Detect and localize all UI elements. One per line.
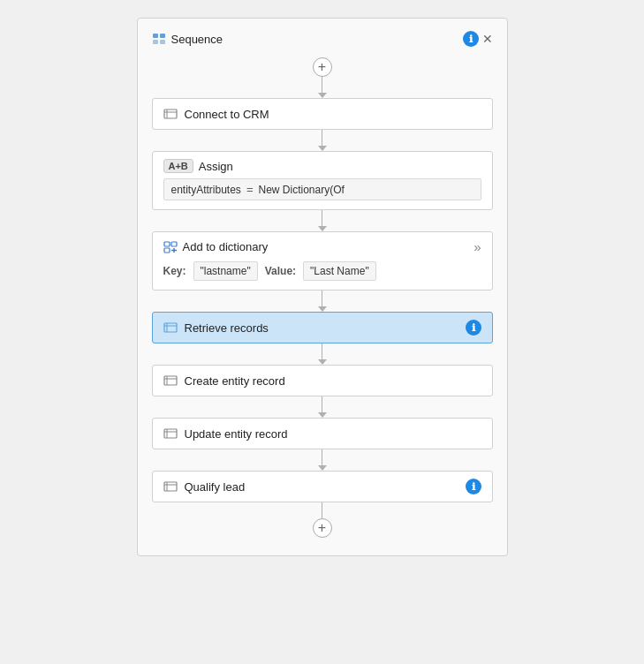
connector-5 — [152, 343, 493, 365]
update-entity-block[interactable]: Update entity record — [152, 418, 493, 449]
dict-value-label: Value: — [265, 265, 296, 277]
create-entity-label: Create entity record — [185, 374, 285, 388]
top-connector: + — [152, 57, 493, 98]
connect-crm-icon — [163, 108, 178, 120]
sequence-info-badge[interactable]: ℹ — [463, 31, 479, 47]
svg-rect-2 — [153, 40, 158, 44]
top-add-button[interactable]: + — [313, 57, 332, 77]
assign-var-value: New Dictionary(Of — [258, 184, 344, 196]
connector-line-6 — [322, 396, 323, 412]
svg-rect-3 — [160, 40, 165, 44]
connector-line-3 — [322, 210, 323, 226]
qualify-lead-block[interactable]: Qualify lead ℹ — [152, 471, 493, 502]
sequence-title-group: Sequence — [152, 33, 224, 46]
connector-7 — [152, 449, 493, 471]
assign-block[interactable]: A+B Assign entityAttributes = New Dictio… — [152, 151, 493, 210]
svg-rect-21 — [164, 482, 177, 491]
dict-key-value: "lastname" — [193, 261, 258, 281]
connector-3 — [152, 210, 493, 231]
connector-line-1 — [322, 77, 323, 93]
connect-crm-label: Connect to CRM — [185, 108, 269, 121]
assign-title: Assign — [199, 160, 233, 173]
assign-var-name: entityAttributes — [171, 184, 241, 196]
connector-line-2 — [322, 130, 323, 146]
dict-header: Add to dictionary » — [163, 239, 481, 254]
qualify-lead-info[interactable]: ℹ — [466, 479, 481, 494]
sequence-title: Sequence — [171, 33, 224, 46]
svg-rect-1 — [160, 34, 165, 38]
qualify-lead-end: ℹ — [466, 479, 481, 494]
create-entity-icon — [163, 374, 178, 387]
qualify-lead-label: Qualify lead — [185, 480, 246, 494]
retrieve-records-end: ℹ — [466, 320, 481, 336]
dict-title: Add to dictionary — [183, 240, 269, 253]
connect-to-crm-block[interactable]: Connect to CRM — [152, 98, 493, 130]
dict-title-group: Add to dictionary — [163, 240, 269, 253]
dict-row: Key: "lastname" Value: "Last Name" — [163, 261, 481, 281]
dict-value-value: "Last Name" — [303, 261, 376, 281]
svg-rect-15 — [164, 376, 177, 385]
retrieve-records-icon — [163, 321, 178, 334]
svg-rect-4 — [164, 109, 177, 118]
sequence-container: Sequence ℹ ✕ + Connect to CR — [137, 18, 508, 556]
sequence-collapse-icon[interactable]: ✕ — [482, 32, 493, 46]
retrieve-records-block[interactable]: Retrieve records ℹ — [152, 312, 493, 343]
connector-line-5 — [322, 343, 323, 359]
svg-rect-0 — [153, 34, 158, 38]
create-entity-block[interactable]: Create entity record — [152, 365, 493, 396]
connector-4 — [152, 290, 493, 312]
assign-header: A+B Assign — [163, 159, 481, 173]
retrieve-records-info[interactable]: ℹ — [466, 320, 481, 336]
dict-collapse-icon[interactable]: » — [474, 239, 481, 254]
qualify-lead-icon — [163, 480, 178, 493]
svg-rect-7 — [164, 242, 170, 246]
assign-operator: = — [246, 183, 254, 196]
bottom-add-button[interactable]: + — [313, 518, 332, 538]
assign-badge: A+B — [163, 159, 193, 173]
connector-line-7 — [322, 449, 323, 465]
sequence-header: Sequence ℹ ✕ — [152, 27, 493, 54]
svg-rect-8 — [171, 242, 177, 246]
connector-6 — [152, 396, 493, 418]
add-to-dict-block[interactable]: Add to dictionary » Key: "lastname" Valu… — [152, 231, 493, 290]
retrieve-records-label: Retrieve records — [185, 321, 269, 335]
update-entity-icon — [163, 427, 178, 440]
connector-2 — [152, 130, 493, 151]
connector-line-4 — [322, 290, 323, 306]
assign-expression: entityAttributes = New Dictionary(Of — [163, 178, 481, 200]
svg-rect-12 — [164, 323, 177, 332]
svg-rect-18 — [164, 429, 177, 438]
dict-key-label: Key: — [163, 265, 186, 277]
dict-icon — [163, 241, 178, 253]
update-entity-label: Update entity record — [185, 427, 288, 441]
bottom-connector: + — [152, 502, 493, 538]
sequence-icon — [152, 33, 166, 45]
sequence-controls: ℹ ✕ — [463, 31, 493, 47]
workflow-canvas: Sequence ℹ ✕ + Connect to CR — [0, 0, 644, 664]
connector-line-8 — [322, 502, 323, 518]
svg-rect-9 — [164, 248, 170, 253]
